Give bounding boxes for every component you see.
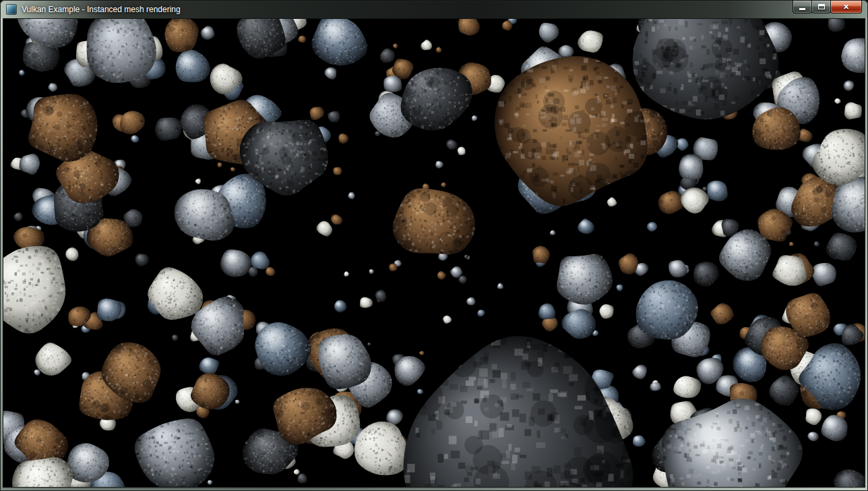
close-button[interactable]: ✕ <box>830 1 862 13</box>
close-icon: ✕ <box>843 3 849 11</box>
render-viewport <box>3 19 865 487</box>
window-controls: ✕ <box>793 1 862 13</box>
title-bar[interactable]: Vulkan Example - Instanced mesh renderin… <box>1 1 867 18</box>
app-icon <box>6 4 17 15</box>
render-canvas[interactable] <box>3 19 865 487</box>
window-title: Vulkan Example - Instanced mesh renderin… <box>22 1 181 18</box>
minimize-icon <box>799 8 805 10</box>
app-window: Vulkan Example - Instanced mesh renderin… <box>0 0 868 491</box>
maximize-icon <box>818 4 825 9</box>
minimize-button[interactable] <box>793 1 812 13</box>
maximize-button[interactable] <box>811 1 831 13</box>
